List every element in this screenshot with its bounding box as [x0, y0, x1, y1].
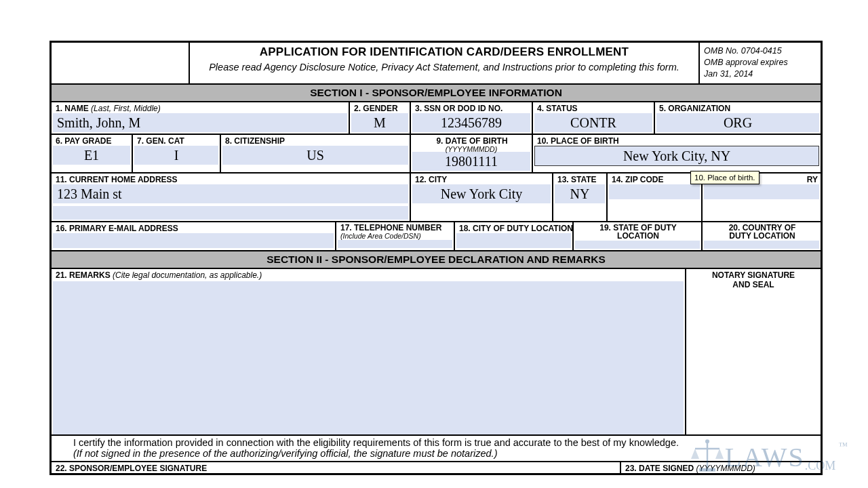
field-ssn: 3. SSN OR DOD ID NO. 123456789 [410, 102, 532, 134]
form-subtitle: Please read Agency Disclosure Notice, Pr… [194, 62, 694, 73]
svg-point-2 [705, 439, 709, 443]
country-input[interactable] [704, 184, 819, 199]
duty-state-input[interactable] [575, 241, 700, 249]
header-omb-box: OMB No. 0704-0415 OMB approval expires J… [699, 42, 821, 84]
field-duty-city: 18. CITY OF DUTY LOCATION [454, 222, 573, 251]
watermark-tm: ™ [838, 441, 848, 451]
status-input[interactable]: CONTR [534, 113, 652, 132]
field-gender: 2. GENDER M [349, 102, 410, 134]
watermark: LAWS .COM ™ [687, 436, 848, 477]
gender-input[interactable]: M [351, 113, 408, 132]
field-remarks: 21. REMARKS (Cite legal documentation, a… [51, 268, 686, 435]
field-address: 11. CURRENT HOME ADDRESS 123 Main st [51, 173, 410, 222]
svg-rect-3 [699, 468, 715, 472]
field-telephone: 17. TELEPHONE NUMBER(Include Area Code/D… [336, 222, 454, 251]
field-pob: 10. PLACE OF BIRTH New York City, NY [532, 134, 821, 173]
section2-title: SECTION II - SPONSOR/EMPLOYEE DECLARATIO… [51, 251, 821, 268]
section1-title: SECTION I - SPONSOR/EMPLOYEE INFORMATION [51, 84, 821, 102]
field-citizenship: 8. CITIZENSHIP US [220, 134, 410, 173]
telephone-input[interactable] [338, 240, 452, 248]
field-name: 1. NAME (Last, First, Middle) Smith, Joh… [51, 102, 349, 134]
remarks-row: 21. REMARKS (Cite legal documentation, a… [51, 268, 821, 435]
field-dob: 9. DATE OF BIRTH (YYYYMMMDD) 19801111 [410, 134, 532, 173]
remarks-input[interactable] [53, 281, 684, 434]
name-input[interactable]: Smith, John, M [53, 113, 347, 132]
duty-city-input[interactable] [456, 233, 571, 248]
scales-icon [687, 436, 728, 477]
header-title-box: APPLICATION FOR IDENTIFICATION CARD/DEER… [189, 42, 699, 84]
field-email: 16. PRIMARY E-MAIL ADDRESS [51, 222, 336, 251]
field-organization: 5. ORGANIZATION ORG [654, 102, 821, 134]
paygrade-input[interactable]: E1 [53, 146, 130, 165]
field-duty-country: 20. COUNTRY OFDUTY LOCATION [702, 222, 821, 251]
watermark-text: LAWS [725, 441, 805, 473]
field-gencat: 7. GEN. CAT I [132, 134, 220, 173]
omb-no: OMB No. 0704-0415 [704, 45, 816, 57]
notary-box: NOTARY SIGNATURE AND SEAL [686, 268, 821, 435]
duty-country-input[interactable] [704, 241, 819, 249]
form-root: APPLICATION FOR IDENTIFICATION CARD/DEER… [50, 41, 823, 475]
ssn-input[interactable]: 123456789 [412, 113, 530, 132]
form-header: APPLICATION FOR IDENTIFICATION CARD/DEER… [51, 42, 821, 84]
address-input-line2[interactable] [53, 206, 408, 220]
city-input[interactable]: New York City [412, 184, 551, 203]
email-input[interactable] [53, 233, 334, 248]
omb-approval: OMB approval expires [704, 57, 816, 68]
omb-date: Jan 31, 2014 [704, 68, 816, 80]
field-signature: 22. SPONSOR/EMPLOYEE SIGNATURE [51, 462, 620, 474]
pob-input[interactable]: New York City, NY [534, 146, 819, 166]
form-title: APPLICATION FOR IDENTIFICATION CARD/DEER… [194, 45, 694, 59]
state-input[interactable]: NY [555, 184, 605, 203]
header-logo-box [51, 42, 189, 84]
dob-input[interactable]: 19801111 [412, 152, 530, 171]
field-duty-state: 19. STATE OF DUTYLOCATION [573, 222, 702, 251]
field-paygrade: 6. PAY GRADE E1 [51, 134, 132, 173]
gencat-input[interactable]: I [134, 146, 218, 165]
field-status: 4. STATUS CONTR [532, 102, 654, 134]
watermark-suffix: .COM [805, 459, 836, 473]
organization-input[interactable]: ORG [656, 113, 819, 132]
zip-input[interactable] [609, 184, 700, 199]
field-city: 12. CITY New York City [410, 173, 553, 222]
field-state: 13. STATE NY [553, 173, 607, 222]
address-input[interactable]: 123 Main st [53, 184, 408, 203]
field-zip: 14. ZIP CODE [607, 173, 702, 222]
tooltip-place-of-birth: 10. Place of birth. [690, 171, 760, 184]
citizenship-input[interactable]: US [222, 146, 408, 165]
